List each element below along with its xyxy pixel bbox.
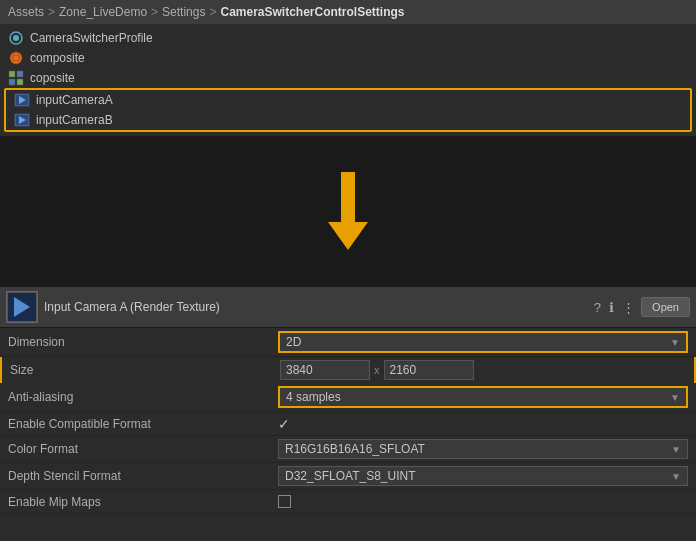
inspector-title: Input Camera A (Render Texture)	[44, 300, 588, 314]
color-format-dropdown[interactable]: R16G16B16A16_SFLOAT ▼	[278, 439, 688, 459]
open-button[interactable]: Open	[641, 297, 690, 317]
prop-row-depth-stencil: Depth Stencil Format D32_SFLOAT_S8_UINT …	[0, 463, 696, 490]
prop-row-compatible-format: Enable Compatible Format ✓	[0, 412, 696, 436]
dimension-dropdown-arrow: ▼	[670, 337, 680, 348]
prop-label-dimension: Dimension	[8, 335, 278, 349]
help-icon[interactable]: ?	[594, 300, 601, 315]
depth-stencil-dropdown-arrow: ▼	[671, 471, 681, 482]
asset-item-inputcameraa[interactable]: inputCameraA	[6, 90, 690, 110]
prop-value-size: x	[280, 360, 686, 380]
prop-value-dimension[interactable]: 2D ▼	[278, 331, 688, 353]
breadcrumb-zone[interactable]: Zone_LiveDemo	[59, 5, 147, 19]
svg-rect-7	[9, 79, 15, 85]
inspector-panel: Input Camera A (Render Texture) ? ℹ ⋮ Op…	[0, 286, 696, 514]
prop-value-mip-maps[interactable]	[278, 495, 688, 508]
prop-label-color-format: Color Format	[8, 442, 278, 456]
breadcrumb-sep-2: >	[151, 5, 158, 19]
prop-value-color-format[interactable]: R16G16B16A16_SFLOAT ▼	[278, 439, 688, 459]
prop-row-antialiasing: Anti-aliasing 4 samples ▼	[0, 383, 696, 412]
svg-point-1	[13, 35, 19, 41]
asset-label-composite: composite	[30, 51, 85, 65]
breadcrumb-settings[interactable]: Settings	[162, 5, 205, 19]
down-arrow	[328, 172, 368, 250]
svg-point-2	[10, 52, 22, 64]
asset-item-cameraswitcherprofile[interactable]: CameraSwitcherProfile	[0, 28, 696, 48]
dimension-dropdown[interactable]: 2D ▼	[278, 331, 688, 353]
asset-item-inputcamerab[interactable]: inputCameraB	[6, 110, 690, 130]
inspector-header-icons: ? ℹ ⋮	[594, 300, 635, 315]
compatible-format-checkbox[interactable]: ✓	[278, 416, 290, 432]
asset-label-inputcameraa: inputCameraA	[36, 93, 113, 107]
depth-stencil-value: D32_SFLOAT_S8_UINT	[285, 469, 416, 483]
svg-rect-8	[17, 79, 23, 85]
size-height-input[interactable]	[384, 360, 474, 380]
color-format-value: R16G16B16A16_SFLOAT	[285, 442, 425, 456]
prop-row-mip-maps: Enable Mip Maps	[0, 490, 696, 514]
size-width-input[interactable]	[280, 360, 370, 380]
antialiasing-value: 4 samples	[286, 390, 341, 404]
antialiasing-dropdown[interactable]: 4 samples ▼	[278, 386, 688, 408]
svg-rect-5	[9, 71, 15, 77]
dimension-value: 2D	[286, 335, 301, 349]
prop-value-compatible-format[interactable]: ✓	[278, 416, 688, 432]
breadcrumb-current: CameraSwitcherControlSettings	[220, 5, 404, 19]
arrow-head	[328, 222, 368, 250]
size-inputs: x	[280, 360, 686, 380]
asset-item-coposite[interactable]: coposite	[0, 68, 696, 88]
sphere-icon	[8, 50, 24, 66]
prop-label-size: Size	[10, 363, 280, 377]
selected-cameras-group: inputCameraA inputCameraB	[4, 88, 692, 132]
prop-value-depth-stencil[interactable]: D32_SFLOAT_S8_UINT ▼	[278, 466, 688, 486]
prop-label-depth-stencil: Depth Stencil Format	[8, 469, 278, 483]
prop-row-dimension: Dimension 2D ▼	[0, 328, 696, 357]
prop-value-antialiasing[interactable]: 4 samples ▼	[278, 386, 688, 408]
asset-label-coposite: coposite	[30, 71, 75, 85]
breadcrumb-sep-3: >	[209, 5, 216, 19]
arrow-shaft	[341, 172, 355, 222]
asset-label-cameraswitcherprofile: CameraSwitcherProfile	[30, 31, 153, 45]
prop-label-mip-maps: Enable Mip Maps	[8, 495, 278, 509]
mip-maps-checkbox[interactable]	[278, 495, 291, 508]
color-format-dropdown-arrow: ▼	[671, 444, 681, 455]
preview-area	[0, 136, 696, 286]
asset-item-composite[interactable]: composite	[0, 48, 696, 68]
asset-label-inputcamerab: inputCameraB	[36, 113, 113, 127]
render-texture-icon-a	[14, 92, 30, 108]
prop-row-size: Size x	[0, 357, 696, 383]
breadcrumb: Assets > Zone_LiveDemo > Settings > Came…	[0, 0, 696, 24]
antialiasing-dropdown-arrow: ▼	[670, 392, 680, 403]
inspector-header: Input Camera A (Render Texture) ? ℹ ⋮ Op…	[0, 287, 696, 328]
breadcrumb-assets[interactable]: Assets	[8, 5, 44, 19]
menu-icon[interactable]: ⋮	[622, 300, 635, 315]
svg-rect-6	[17, 71, 23, 77]
breadcrumb-sep-1: >	[48, 5, 55, 19]
info-icon[interactable]: ℹ	[609, 300, 614, 315]
depth-stencil-dropdown[interactable]: D32_SFLOAT_S8_UINT ▼	[278, 466, 688, 486]
inspector-thumbnail	[6, 291, 38, 323]
prop-label-compatible-format: Enable Compatible Format	[8, 417, 278, 431]
grid-icon	[8, 70, 24, 86]
prop-label-antialiasing: Anti-aliasing	[8, 390, 278, 404]
render-texture-icon-b	[14, 112, 30, 128]
camera-switcher-icon	[8, 30, 24, 46]
asset-panel: CameraSwitcherProfile composite coposite	[0, 24, 696, 136]
prop-row-color-format: Color Format R16G16B16A16_SFLOAT ▼	[0, 436, 696, 463]
size-x-separator: x	[374, 364, 380, 376]
